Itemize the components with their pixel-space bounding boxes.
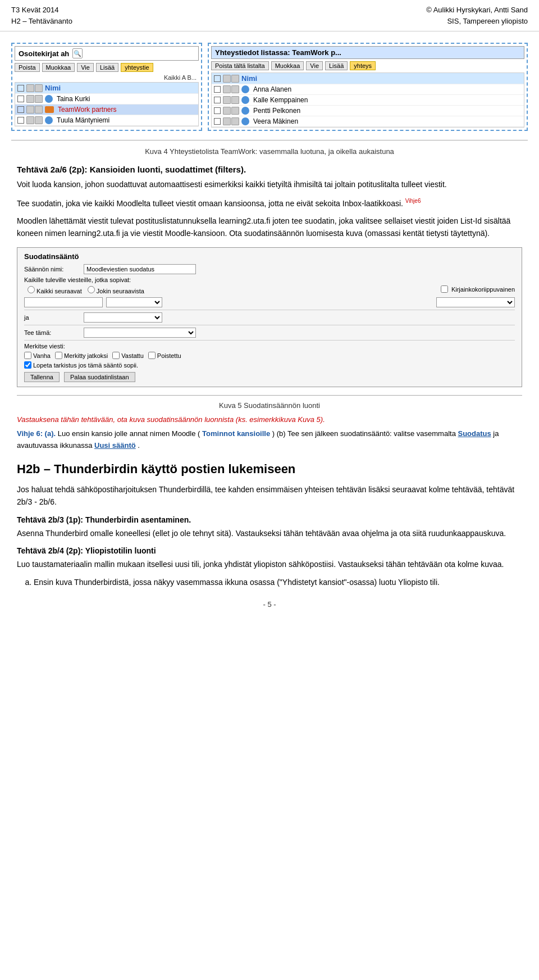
vastauksena-text: Vastauksena tähän tehtävään, ota kuva su… <box>17 415 522 424</box>
cb-vastattu[interactable]: Vastattu <box>112 352 144 359</box>
item-checkbox-r2[interactable] <box>214 97 221 103</box>
task-2b4-heading: Tehtävä 2b/4 (2p): Yliopistotilin luonti <box>17 546 522 555</box>
contact-name-pentti: Pentti Pelkonen <box>253 107 300 115</box>
tallenna-button[interactable]: Tallenna <box>24 372 60 382</box>
ja-select[interactable] <box>84 312 162 323</box>
kaikki-row: Kaikki A B... <box>15 74 199 81</box>
item-icons-r <box>223 85 239 93</box>
address-book-title: Osoitekirjat ah <box>19 49 69 58</box>
cb-lopeta[interactable]: Lopeta tarkistus jos tämä sääntö sopii. <box>24 361 138 369</box>
filter-value-select[interactable] <box>436 297 515 307</box>
person-avatar-icon <box>45 116 53 124</box>
contact-name-kalle: Kalle Kemppainen <box>253 96 308 104</box>
vihje6-line: Vihje 6: (a). Luo ensin kansio jolle ann… <box>17 428 522 451</box>
vihje6-bold1: Tominnot kansioille <box>202 429 270 438</box>
item-checkbox[interactable] <box>17 96 24 102</box>
mini-icon-8 <box>35 116 43 124</box>
nimi-header-right: Nimi <box>241 74 257 83</box>
radio-kaikki[interactable]: Kaikki seuraavat <box>28 286 82 294</box>
saannon-nimi-label: Säännön nimi: <box>24 266 80 273</box>
item-checkbox[interactable] <box>17 106 24 113</box>
cb-vanha-input[interactable] <box>24 352 31 359</box>
mini-icon-r3 <box>223 85 231 93</box>
item-checkbox-r[interactable] <box>214 86 221 93</box>
mini-icon-r4 <box>231 85 239 93</box>
lopeta-row: Lopeta tarkistus jos tämä sääntö sopii. <box>24 361 515 369</box>
radio-jokin[interactable]: Jokin seuraavista <box>88 286 144 294</box>
cb-vastattu-input[interactable] <box>112 352 120 359</box>
item-checkbox-r4[interactable] <box>214 118 221 125</box>
filter-condition-select[interactable] <box>106 297 162 307</box>
contacts-panel: Yhteystiedot listassa: TeamWork p... Poi… <box>208 43 528 131</box>
radio-kaikki-input[interactable] <box>28 286 35 293</box>
item-icons <box>26 106 43 114</box>
tee-tama-row: Tee tämä: <box>24 328 515 338</box>
saannon-nimi-input[interactable] <box>84 264 196 274</box>
cb-poistettu-input[interactable] <box>148 352 156 359</box>
header-right: © Aulikki Hyrskykari, Antti Sand SIS, Ta… <box>426 4 528 26</box>
list-item[interactable]: TeamWork partners <box>15 105 198 115</box>
lisaa-button[interactable]: Lisää <box>96 63 118 72</box>
lisaa-button-r[interactable]: Lisää <box>325 61 348 70</box>
section-h2b-heading: H2b – Thunderbirdin käyttö postien lukem… <box>17 461 522 478</box>
palaa-button[interactable]: Palaa suodatinlistaan <box>64 372 135 382</box>
item-icons-r3 <box>223 107 239 115</box>
contact-name-teamwork: TeamWork partners <box>58 106 116 114</box>
cb-merkitty-input[interactable] <box>55 352 62 359</box>
contacts-right-list: Nimi Anna Alanen Kalle Kem <box>211 72 524 128</box>
header-checkbox-r[interactable] <box>214 75 221 82</box>
contact-name-veera: Veera Mäkinen <box>253 117 298 125</box>
cb-vanha[interactable]: Vanha <box>24 352 51 359</box>
vie-button-r[interactable]: Vie <box>306 61 323 70</box>
mini-icon-r8 <box>231 107 239 115</box>
ja-label-row: ja <box>24 312 515 323</box>
muokkaa-button-r[interactable]: Muokkaa <box>271 61 304 70</box>
person-avatar-icon-r3 <box>241 107 249 115</box>
cb-lopeta-input[interactable] <box>24 361 31 369</box>
contact-name-tuula: Tuula Mäntyniemi <box>57 116 109 124</box>
hint-superscript: Vihje6 <box>405 198 421 204</box>
filter-field-input[interactable] <box>24 297 103 307</box>
task-2a-para2-text: Tee suodatin, joka vie kaikki Moodlelta … <box>17 198 403 207</box>
list-item: Tuula Mäntyniemi <box>15 115 198 126</box>
assignment-title: H2 – Tehtävänanto <box>11 16 72 27</box>
task-2b3-text: Asenna Thunderbird omalle koneellesi (el… <box>17 528 522 540</box>
lopeta-label: Lopeta tarkistus jos tämä sääntö sopii. <box>33 362 138 369</box>
vihje6-bold3: Uusi sääntö <box>94 441 136 450</box>
kirjainkoko-checkbox[interactable] <box>441 285 448 293</box>
item-checkbox-r3[interactable] <box>214 107 221 114</box>
kirjainkoko-label: Kirjainkokoriippuvainen <box>451 286 515 293</box>
vihje6-text1: Luo ensin kansio jolle annat nimen Moodl… <box>58 429 200 438</box>
suodatin-buttons-row: Tallenna Palaa suodatinlistaan <box>24 372 515 382</box>
kaikille-row: Kaikille tuleville viesteille, jotka sop… <box>24 276 515 283</box>
poista-button[interactable]: Poista <box>15 63 40 72</box>
search-icon[interactable]: 🔍 <box>72 48 83 58</box>
vihje6-text4: . <box>138 441 140 450</box>
contact-list-header-r: Nimi <box>212 73 524 84</box>
kirjainkoko-row: Kirjainkokoriippuvainen <box>148 285 515 293</box>
person-avatar-icon-r2 <box>241 96 249 104</box>
list-item: Pentti Pelkonen <box>212 106 524 116</box>
list-item: Veera Mäkinen <box>212 116 524 127</box>
radio-jokin-input[interactable] <box>88 286 95 293</box>
task-2b4-text: Luo taustamateriaalin mallin mukaan itse… <box>17 559 522 571</box>
yhteys-button[interactable]: yhteys <box>350 61 376 70</box>
poista-talta-button[interactable]: Poista tältä listalta <box>211 61 269 70</box>
cb-poistettu[interactable]: Poistettu <box>148 352 181 359</box>
address-book-contact-list: Nimi Taina Kurki TeamWork <box>15 82 199 126</box>
cb-merkitty[interactable]: Merkitty jatkoksi <box>55 352 108 359</box>
yhteystie-button[interactable]: yhteystie <box>121 63 153 72</box>
caption-kuva5: Kuva 5 Suodatinsäännön luonti <box>17 401 522 410</box>
tee-tama-select[interactable] <box>84 328 196 338</box>
item-checkbox[interactable] <box>17 117 24 124</box>
radio-row: Kaikki seuraavat Jokin seuraavista Kirja… <box>24 285 515 295</box>
muokkaa-button[interactable]: Muokkaa <box>42 63 75 72</box>
task-2a-heading: Tehtävä 2a/6 (2p): Kansioiden luonti, su… <box>17 165 522 174</box>
vie-button[interactable]: Vie <box>77 63 94 72</box>
merkitse-label: Merkitse viesti: <box>24 343 80 350</box>
task-2a-para1: Voit luoda kansion, johon suodattuvat au… <box>17 179 522 191</box>
header-checkbox[interactable] <box>17 85 24 92</box>
header-icons-r <box>223 75 239 83</box>
contacts-panel-title: Yhteystiedot listassa: TeamWork p... <box>215 48 341 57</box>
suodatin-box: Suodatinsääntö Säännön nimi: Kaikille tu… <box>17 247 522 387</box>
